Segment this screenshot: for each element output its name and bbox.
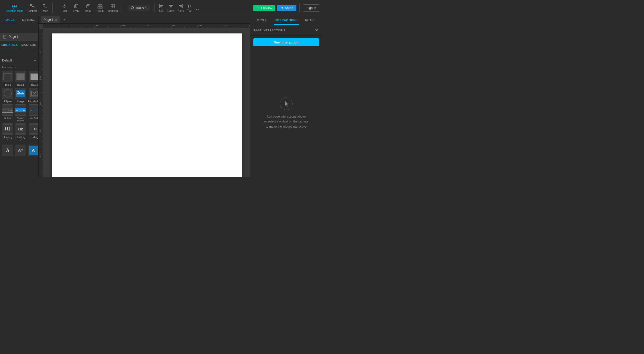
common-category[interactable]: Common ▾ bbox=[0, 64, 38, 70]
center-label: Center bbox=[167, 9, 175, 12]
close-tab-button[interactable]: × bbox=[55, 18, 57, 22]
page-interactions-label: PAGE INTERACTIONS bbox=[253, 29, 285, 32]
page-interactions-header: PAGE INTERACTIONS bbox=[250, 25, 322, 36]
widget-button[interactable]: BUTTON Button bbox=[2, 104, 13, 122]
pages-tab[interactable]: PAGES bbox=[0, 16, 19, 24]
page-icon bbox=[3, 35, 7, 39]
pages-section: PAGES OUTLINE bbox=[0, 16, 38, 41]
ellipse-label: Ellipse bbox=[4, 100, 11, 103]
svg-rect-19 bbox=[98, 4, 100, 6]
svg-rect-27 bbox=[113, 6, 115, 8]
svg-rect-22 bbox=[100, 6, 102, 8]
align-center-button[interactable]: Center bbox=[167, 4, 175, 12]
svg-rect-7 bbox=[43, 4, 45, 6]
ungroup-label: Ungroup bbox=[108, 10, 118, 12]
svg-rect-0 bbox=[12, 4, 14, 6]
interactions-tab[interactable]: INTERACTIONS bbox=[274, 16, 299, 25]
zoom-value: 100% bbox=[135, 6, 144, 10]
style-tab[interactable]: STYLE bbox=[250, 16, 274, 25]
widget-text2[interactable]: A≡ bbox=[15, 145, 26, 156]
align-top-button[interactable]: Top bbox=[187, 4, 192, 12]
widget-image[interactable]: Image bbox=[15, 88, 26, 103]
canvas-page1-tab[interactable]: Page 1 × bbox=[41, 16, 60, 23]
tab-dropdown-button[interactable] bbox=[62, 17, 66, 22]
point-label: Point bbox=[62, 10, 68, 12]
lib-search-bar: + ⋮ bbox=[0, 49, 38, 57]
svg-rect-5 bbox=[33, 7, 34, 8]
connect-button[interactable]: Connect bbox=[26, 3, 39, 13]
notes-tab[interactable]: NOTES bbox=[299, 16, 322, 25]
cursor-icon bbox=[279, 97, 293, 111]
widget-box1[interactable]: Box 1 bbox=[2, 71, 13, 86]
signin-button[interactable]: Sign In bbox=[303, 4, 320, 12]
widget-placeholder[interactable]: Placeholder bbox=[28, 88, 38, 103]
back-button[interactable]: Back bbox=[83, 3, 94, 13]
lib-search-input[interactable] bbox=[3, 51, 38, 55]
point-button[interactable]: Point bbox=[59, 3, 70, 13]
selection-mode-label: Selection Mode bbox=[6, 10, 23, 12]
insert-button[interactable]: Insert bbox=[40, 3, 50, 13]
align-right-button[interactable]: Right bbox=[178, 4, 184, 12]
heading3-thumb: H3 bbox=[29, 123, 38, 135]
ellipse-thumb bbox=[2, 88, 13, 99]
widget-ellipse[interactable]: Ellipse bbox=[2, 88, 13, 103]
widget-box3[interactable]: Box 3 bbox=[28, 71, 38, 86]
heading3-label: Heading 3 bbox=[29, 136, 38, 139]
selection-mode-button[interactable]: Selection Mode bbox=[4, 3, 25, 13]
svg-rect-32 bbox=[160, 6, 162, 7]
heading1-thumb: H1 bbox=[2, 123, 13, 135]
widget-heading2[interactable]: H2 Heading 2 bbox=[15, 123, 26, 141]
widget-text1[interactable]: A bbox=[2, 145, 13, 156]
main-area: PAGES OUTLINE bbox=[0, 16, 322, 177]
align-left-button[interactable]: Left bbox=[159, 4, 164, 12]
page1-item[interactable]: Page 1 bbox=[0, 33, 38, 41]
libraries-tab[interactable]: LIBRARIES bbox=[0, 41, 19, 49]
pages-search-input[interactable] bbox=[4, 27, 39, 30]
heading1-label: Heading 1 bbox=[2, 136, 13, 141]
image-label: Image bbox=[17, 100, 24, 103]
svg-rect-21 bbox=[98, 6, 100, 8]
masters-tab[interactable]: MASTERS bbox=[19, 41, 39, 49]
preview-button[interactable]: Preview bbox=[253, 5, 275, 11]
placeholder-thumb bbox=[29, 88, 38, 99]
group-button[interactable]: Group bbox=[95, 3, 105, 13]
svg-rect-4 bbox=[31, 4, 32, 6]
front-button[interactable]: Front bbox=[71, 3, 82, 13]
image-thumb bbox=[15, 88, 26, 99]
svg-point-60 bbox=[17, 91, 19, 92]
share-button[interactable]: Share bbox=[277, 5, 296, 11]
pages-search-bar bbox=[0, 24, 38, 33]
toolbar-group-zoom: 100% bbox=[126, 5, 152, 11]
svg-rect-3 bbox=[15, 6, 16, 8]
svg-rect-18 bbox=[86, 5, 89, 8]
pages-outline-tabs: PAGES OUTLINE bbox=[0, 16, 38, 24]
zoom-control[interactable]: 100% bbox=[128, 5, 150, 11]
button-thumb: BUTTON bbox=[2, 104, 13, 116]
canvas-content[interactable] bbox=[43, 28, 250, 177]
lib-dropdown[interactable]: Default bbox=[0, 57, 38, 64]
white-canvas[interactable] bbox=[52, 33, 242, 177]
new-interaction-button[interactable]: New Interaction bbox=[253, 38, 319, 46]
separator3 bbox=[154, 3, 155, 13]
widget-box2[interactable]: Box 2 bbox=[15, 71, 26, 86]
left-column: PAGES OUTLINE bbox=[0, 16, 39, 177]
svg-rect-35 bbox=[170, 6, 172, 7]
canvas-background bbox=[43, 28, 250, 177]
right-panel: STYLE INTERACTIONS NOTES PAGE INTERACTIO… bbox=[250, 16, 322, 177]
button-label: Button bbox=[4, 117, 12, 120]
widget-library: Common ▾ Box 1 Box 2 bbox=[0, 64, 38, 177]
expand-interactions-button[interactable] bbox=[314, 28, 319, 33]
widget-heading1[interactable]: H1 Heading 1 bbox=[2, 123, 13, 141]
ruler-horizontal bbox=[43, 24, 250, 28]
svg-rect-23 bbox=[98, 4, 102, 8]
ungroup-button[interactable]: Ungroup bbox=[106, 3, 119, 13]
widget-heading3[interactable]: H3 Heading 3 bbox=[28, 123, 38, 141]
svg-rect-31 bbox=[160, 5, 163, 6]
page1-label: Page 1 bbox=[9, 35, 19, 39]
widget-link-button[interactable]: BUTTON Link Button bbox=[28, 104, 38, 122]
toolbar-group-align: Left Center Right Top bbox=[157, 4, 202, 12]
more-align-button[interactable]: >> bbox=[195, 7, 200, 12]
outline-tab[interactable]: OUTLINE bbox=[19, 16, 39, 24]
widget-text3[interactable]: A bbox=[28, 145, 38, 156]
widget-primary-button[interactable]: BUTTON Primary Button bbox=[15, 104, 26, 122]
